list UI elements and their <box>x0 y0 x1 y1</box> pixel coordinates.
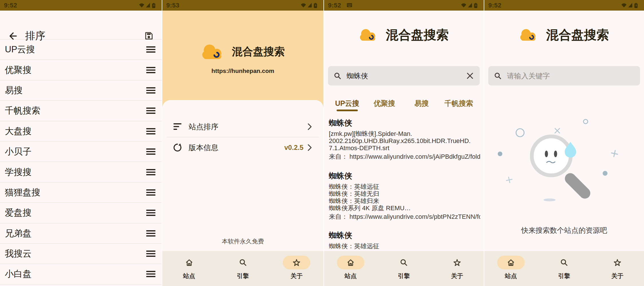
sort-list-item[interactable]: 优聚搜 <box>0 60 162 80</box>
result-item[interactable]: 蜘蛛侠 [zmk.pw][蜘蛛侠].Spider-Man. 2002.2160p… <box>329 118 480 160</box>
result-line: [zmk.pw][蜘蛛侠].Spider-Man. <box>329 130 480 137</box>
chevron-right-icon <box>307 144 312 152</box>
active-tab-indicator <box>337 110 358 111</box>
drag-handle-icon[interactable] <box>146 46 155 53</box>
drag-handle-icon[interactable] <box>146 67 155 73</box>
status-time: 9:52 <box>4 2 17 9</box>
tab-qianfan[interactable]: 千帆搜索 <box>440 97 477 112</box>
tab-youjusou[interactable]: 优聚搜 <box>366 97 403 112</box>
result-source-link[interactable]: 来自： https://www.aliyundrive.com/s/jAiPBd… <box>329 153 480 160</box>
status-time: 9:52 <box>488 2 501 9</box>
shadow-ellipse <box>544 198 556 201</box>
drag-handle-icon[interactable] <box>146 169 155 175</box>
deco-circle <box>584 120 588 124</box>
tab-yisou[interactable]: 易搜 <box>403 97 440 112</box>
site-name: 小贝子 <box>5 146 31 158</box>
bottom-nav: 站点 引擎 关于 <box>162 251 323 286</box>
menu-item-version[interactable]: 版本信息 v0.2.5 <box>162 137 323 158</box>
clear-search-icon[interactable] <box>466 72 474 80</box>
result-title: 蜘蛛侠 <box>329 118 480 128</box>
drag-handle-icon[interactable] <box>146 251 155 257</box>
search-icon <box>239 259 247 267</box>
status-icons <box>461 2 480 9</box>
drag-handle-icon[interactable] <box>146 230 155 237</box>
site-tabs: UP云搜 优聚搜 易搜 千帆搜索 <box>329 97 477 112</box>
search-results-list: 蜘蛛侠 [zmk.pw][蜘蛛侠].Spider-Man. 2002.2160p… <box>329 118 480 250</box>
drag-handle-icon[interactable] <box>146 210 155 216</box>
nav-label: 站点 <box>183 272 195 280</box>
search-input[interactable] <box>346 72 466 80</box>
drag-handle-icon[interactable] <box>146 189 155 196</box>
nav-item-engines[interactable]: 引擎 <box>377 251 430 286</box>
star-icon <box>293 259 301 267</box>
status-time: 9:52 <box>328 2 341 9</box>
save-icon <box>146 33 152 39</box>
drag-handle-icon[interactable] <box>146 87 155 94</box>
app-url: https://hunhepan.com <box>162 67 323 74</box>
sort-list-item[interactable]: 兄弟盘 <box>0 223 162 244</box>
result-line: 7.1.Atmos-DEPTH.srt <box>329 144 480 152</box>
back-arrow-icon <box>10 33 16 39</box>
sort-list-item[interactable]: 小白盘 <box>0 264 162 284</box>
menu-label: 版本信息 <box>189 143 218 153</box>
deco-dot <box>498 152 502 156</box>
battery-icon <box>314 3 317 8</box>
status-icons <box>621 2 640 9</box>
sort-list-item[interactable]: 爱盘搜 <box>0 203 162 223</box>
nav-item-about[interactable]: 关于 <box>591 251 644 286</box>
nav-label: 引擎 <box>398 272 410 280</box>
nav-item-about[interactable]: 关于 <box>270 251 323 286</box>
bottom-nav: 站点 引擎 关于 <box>324 251 484 286</box>
cloud-logo-icon <box>519 27 539 43</box>
keyboard-icon <box>347 3 352 7</box>
nav-item-sites[interactable]: 站点 <box>162 251 216 286</box>
sort-list-item[interactable]: UP云搜 <box>0 39 162 60</box>
tab-label: 优聚搜 <box>374 99 395 107</box>
result-line: 蜘蛛侠：英雄无归 <box>329 190 480 197</box>
battery-icon <box>152 3 155 8</box>
magnifier-handle <box>563 171 593 201</box>
nav-item-sites[interactable]: 站点 <box>484 251 538 286</box>
sort-list-item[interactable]: 易搜 <box>0 80 162 101</box>
search-icon <box>334 72 341 80</box>
nav-label: 引擎 <box>558 272 570 280</box>
sort-list-item[interactable]: 千帆搜索 <box>0 101 162 121</box>
nav-item-about[interactable]: 关于 <box>430 251 484 286</box>
cellular-icon <box>468 3 472 7</box>
save-button[interactable] <box>144 31 154 41</box>
sort-list-item[interactable]: 大盘搜 <box>0 121 162 142</box>
sort-list-item[interactable]: 猫狸盘搜 <box>0 182 162 203</box>
result-item[interactable]: 蜘蛛侠 蜘蛛侠：英雄远征 <box>329 231 480 250</box>
home-icon <box>185 259 193 267</box>
status-icon-cluster <box>301 2 319 9</box>
drag-handle-icon[interactable] <box>146 271 155 277</box>
result-item[interactable]: 蜘蛛侠 蜘蛛侠：英雄远征 蜘蛛侠：英雄无归 蜘蛛侠：英雄归来 蜘蛛侠系列 4K … <box>329 171 480 220</box>
menu-item-site-sort[interactable]: 站点排序 <box>162 116 323 137</box>
result-source-link[interactable]: 来自： https://www.aliyundrive.com/s/pbtPN2… <box>329 213 480 220</box>
nav-item-engines[interactable]: 引擎 <box>216 251 270 286</box>
tab-label: UP云搜 <box>335 99 359 107</box>
nav-label: 关于 <box>291 272 303 280</box>
drag-handle-icon[interactable] <box>146 128 155 134</box>
sort-list-item[interactable]: 我搜云 <box>0 244 162 264</box>
tab-upyunsou[interactable]: UP云搜 <box>329 97 366 112</box>
result-line: 蜘蛛侠：英雄归来 <box>329 197 480 204</box>
app-title: 混合盘搜索 <box>546 27 609 43</box>
wifi-icon <box>621 3 627 7</box>
site-name: 优聚搜 <box>5 64 31 76</box>
spacer <box>329 220 480 231</box>
search-input[interactable] <box>506 72 634 80</box>
status-icon-cluster <box>461 2 480 9</box>
sort-list-item[interactable]: 学搜搜 <box>0 162 162 182</box>
wifi-icon <box>139 3 144 7</box>
sort-list-item[interactable]: 小贝子 <box>0 142 162 162</box>
nav-item-sites[interactable]: 站点 <box>324 251 377 286</box>
search-bar <box>488 66 640 86</box>
site-name: 猫狸盘搜 <box>5 186 40 198</box>
site-name: 易搜 <box>5 84 23 96</box>
nav-label: 站点 <box>345 272 357 280</box>
drag-handle-icon[interactable] <box>146 148 155 155</box>
drag-handle-icon[interactable] <box>146 108 155 114</box>
about-card: 站点排序 版本信息 v0.2.5 本软件永久免费 <box>162 100 323 251</box>
nav-item-engines[interactable]: 引擎 <box>538 251 591 286</box>
